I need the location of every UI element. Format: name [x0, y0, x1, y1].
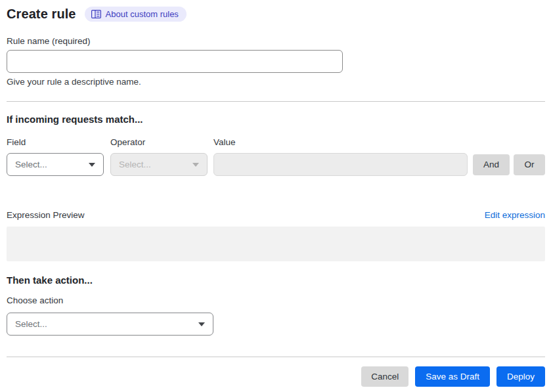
- action-section-heading: Then take action...: [7, 274, 545, 286]
- field-label: Field: [7, 137, 110, 148]
- rule-name-input[interactable]: [7, 50, 343, 73]
- page-title: Create rule: [7, 7, 76, 22]
- rule-name-label: Rule name (required): [7, 35, 545, 47]
- chevron-down-icon: [192, 163, 199, 167]
- create-rule-page: Create rule About custom rules Rule name…: [0, 0, 551, 387]
- operator-select-value: Select...: [119, 160, 151, 169]
- expression-preview-label: Expression Preview: [7, 209, 85, 221]
- match-section-heading: If incoming requests match...: [7, 114, 545, 125]
- choose-action-select[interactable]: Select...: [7, 313, 213, 336]
- field-select[interactable]: Select...: [7, 153, 104, 176]
- operator-select: Select...: [110, 153, 208, 176]
- expression-preview-box: [7, 227, 545, 261]
- section-divider: [7, 101, 545, 102]
- save-as-draft-button[interactable]: Save as Draft: [415, 366, 490, 387]
- operator-label: Operator: [110, 137, 213, 148]
- value-label: Value: [213, 137, 545, 148]
- about-custom-rules-badge[interactable]: About custom rules: [85, 7, 187, 22]
- deploy-button[interactable]: Deploy: [496, 366, 545, 387]
- expression-preview-row: Expression Preview Edit expression: [7, 209, 545, 221]
- footer-divider: [7, 357, 545, 357]
- value-input: [213, 153, 468, 176]
- field-select-value: Select...: [15, 160, 47, 169]
- chevron-down-icon: [198, 322, 205, 326]
- and-button[interactable]: And: [473, 154, 510, 175]
- page-header: Create rule About custom rules: [7, 0, 545, 22]
- choose-action-value: Select...: [15, 319, 47, 329]
- book-icon: [91, 10, 101, 18]
- about-custom-rules-label: About custom rules: [106, 9, 179, 19]
- footer-actions: Cancel Save as Draft Deploy: [7, 366, 545, 387]
- cancel-button[interactable]: Cancel: [361, 366, 408, 387]
- chevron-down-icon: [89, 163, 95, 167]
- match-labels-row: Field Operator Value: [7, 137, 545, 148]
- choose-action-label: Choose action: [7, 295, 545, 306]
- match-controls-row: Select... Select... And Or: [7, 153, 545, 176]
- rule-name-helper: Give your rule a descriptive name.: [7, 77, 545, 87]
- or-button[interactable]: Or: [514, 154, 545, 175]
- edit-expression-link[interactable]: Edit expression: [485, 210, 545, 220]
